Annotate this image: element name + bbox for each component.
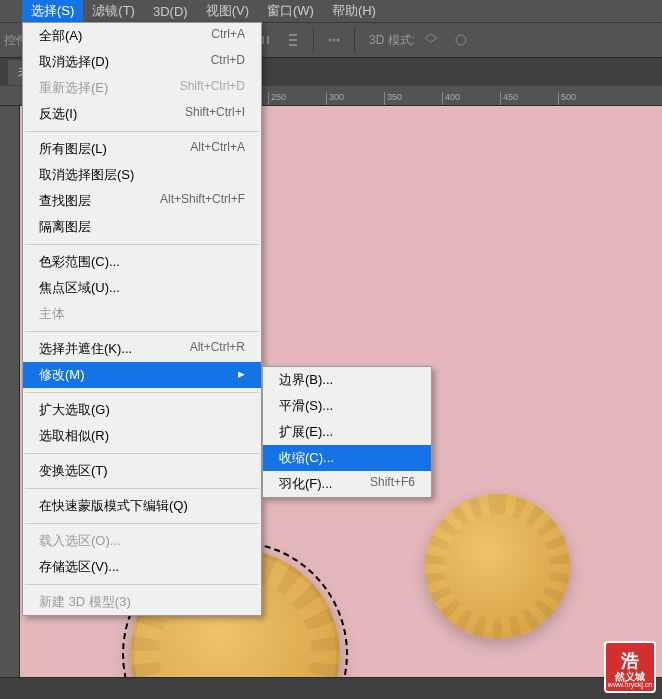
- menu-modify[interactable]: 修改(M)▸: [23, 362, 261, 388]
- ruler-tick: 350: [384, 92, 402, 106]
- submenu-expand[interactable]: 扩展(E)...: [263, 419, 431, 445]
- menu-grow[interactable]: 扩大选取(G): [23, 397, 261, 423]
- select-menu-dropdown: 全部(A)Ctrl+A 取消选择(D)Ctrl+D 重新选择(E)Shift+C…: [22, 22, 262, 616]
- menu-quick-mask[interactable]: 在快速蒙版模式下编辑(Q): [23, 493, 261, 519]
- 3d-mode-1-icon[interactable]: [417, 28, 445, 52]
- statusbar: [0, 677, 662, 699]
- menu-filter[interactable]: 滤镜(T): [83, 0, 144, 23]
- menu-save-selection[interactable]: 存储选区(V)...: [23, 554, 261, 580]
- submenu-smooth[interactable]: 平滑(S)...: [263, 393, 431, 419]
- menu-all-layers[interactable]: 所有图层(L)Alt+Ctrl+A: [23, 136, 261, 162]
- 3d-mode-2-icon[interactable]: [447, 28, 475, 52]
- ruler-vertical: [0, 106, 20, 699]
- menu-deselect-layers[interactable]: 取消选择图层(S): [23, 162, 261, 188]
- submenu-contract[interactable]: 收缩(C)...: [263, 445, 431, 471]
- svg-rect-20: [267, 36, 269, 44]
- modify-submenu: 边界(B)... 平滑(S)... 扩展(E)... 收缩(C)... 羽化(F…: [262, 366, 432, 498]
- ruler-tick: 400: [442, 92, 460, 106]
- menu-all[interactable]: 全部(A)Ctrl+A: [23, 23, 261, 49]
- menu-similar[interactable]: 选取相似(R): [23, 423, 261, 449]
- menu-focus-area[interactable]: 焦点区域(U)...: [23, 275, 261, 301]
- svg-point-28: [456, 35, 466, 45]
- menu-deselect[interactable]: 取消选择(D)Ctrl+D: [23, 49, 261, 75]
- menu-help[interactable]: 帮助(H): [323, 0, 385, 23]
- menu-window[interactable]: 窗口(W): [258, 0, 323, 23]
- menu-subject: 主体: [23, 301, 261, 327]
- submenu-border[interactable]: 边界(B)...: [263, 367, 431, 393]
- svg-point-26: [337, 39, 340, 42]
- distribute-v-icon[interactable]: [279, 28, 307, 52]
- menu-3d[interactable]: 3D(D): [144, 1, 197, 22]
- menu-find-layers[interactable]: 查找图层Alt+Shift+Ctrl+F: [23, 188, 261, 214]
- menubar: 选择(S) 滤镜(T) 3D(D) 视图(V) 窗口(W) 帮助(H): [0, 0, 662, 22]
- svg-rect-23: [289, 44, 297, 46]
- menu-select-mask[interactable]: 选择并遮住(K)...Alt+Ctrl+R: [23, 336, 261, 362]
- cookie-small: [425, 494, 570, 639]
- svg-marker-27: [425, 34, 437, 42]
- menu-select[interactable]: 选择(S): [22, 0, 83, 23]
- submenu-feather[interactable]: 羽化(F)...Shift+F6: [263, 471, 431, 497]
- menu-color-range[interactable]: 色彩范围(C)...: [23, 249, 261, 275]
- svg-rect-21: [289, 34, 297, 36]
- menu-view[interactable]: 视图(V): [197, 0, 258, 23]
- menu-load-selection: 载入选区(O)...: [23, 528, 261, 554]
- svg-rect-22: [289, 39, 297, 41]
- mode-label: 3D 模式:: [369, 32, 415, 49]
- svg-rect-19: [262, 36, 264, 44]
- menu-inverse[interactable]: 反选(I)Shift+Ctrl+I: [23, 101, 261, 127]
- ruler-tick: 300: [326, 92, 344, 106]
- menu-reselect: 重新选择(E)Shift+Ctrl+D: [23, 75, 261, 101]
- menu-transform-selection[interactable]: 变换选区(T): [23, 458, 261, 484]
- ruler-tick: 450: [500, 92, 518, 106]
- menu-new-3d-model: 新建 3D 模型(3): [23, 589, 261, 615]
- svg-point-24: [329, 39, 332, 42]
- submenu-arrow-icon: ▸: [238, 366, 245, 384]
- watermark-logo: 浩 然义城 www.hryckj.cn: [604, 641, 656, 693]
- more-options-icon[interactable]: [320, 28, 348, 52]
- ruler-tick: 500: [558, 92, 576, 106]
- menu-isolate-layers[interactable]: 隔离图层: [23, 214, 261, 240]
- svg-point-25: [333, 39, 336, 42]
- ruler-tick: 250: [268, 92, 286, 106]
